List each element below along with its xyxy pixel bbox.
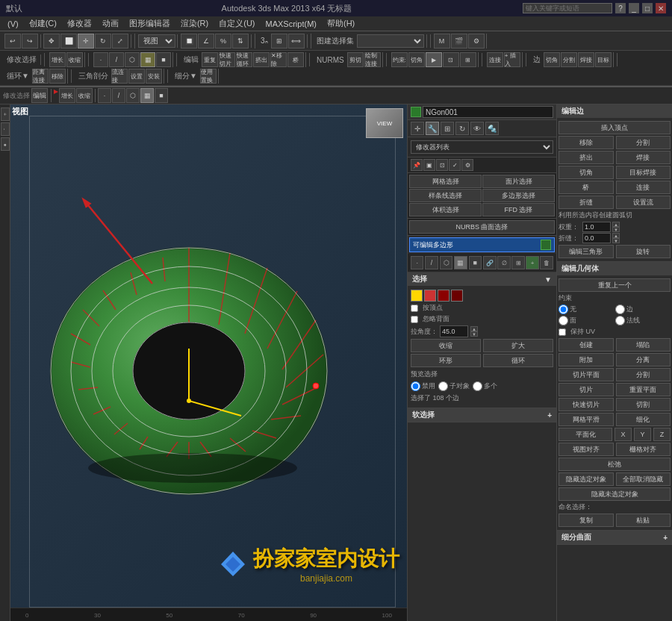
angle-snap[interactable]: ∠ <box>198 34 214 49</box>
hide-unselected-btn[interactable]: 隐藏未选定对象 <box>559 487 671 501</box>
setting-btn[interactable]: 设置 <box>128 69 145 84</box>
edge-btn2[interactable]: 分割 <box>561 52 577 67</box>
connect-btn[interactable]: 连接 <box>616 181 671 194</box>
select-region-button[interactable]: ⬜ <box>60 34 77 49</box>
chamfer-btn[interactable]: 切角 <box>559 166 614 179</box>
view-dropdown[interactable]: 视图 <box>138 34 175 48</box>
slice-plane-btn[interactable]: 切片平面 <box>559 368 614 381</box>
rotate-button[interactable]: ↻ <box>95 34 111 49</box>
menu-graph-editor[interactable]: 图形编辑器 <box>125 17 175 31</box>
show-result[interactable]: ⊡ <box>436 159 448 171</box>
align-button[interactable]: ⊞ <box>271 34 287 49</box>
viewport-cube[interactable]: VIEW <box>366 108 403 138</box>
z-btn[interactable]: Z <box>653 428 671 441</box>
swatch-red[interactable] <box>424 290 436 302</box>
nurbs-btn[interactable]: NURBS 曲面选择 <box>409 220 555 234</box>
minimize-button[interactable]: _ <box>629 3 639 13</box>
ls-btn2[interactable]: - <box>1 122 10 136</box>
remove-btn[interactable]: ✕移除 <box>270 52 287 67</box>
insert-vertex-btn[interactable]: 插入顶点 <box>559 121 671 134</box>
edit-geo-title[interactable]: 编辑几何体 <box>557 262 672 275</box>
reset-plane-btn[interactable]: 重置平面 <box>616 383 671 396</box>
snap-pivot2[interactable]: ⊞ <box>460 52 476 67</box>
target-weld-btn[interactable]: 目标焊接 <box>616 166 671 179</box>
poly-subobj[interactable]: ▦ <box>140 52 155 67</box>
insert-tb-btn[interactable]: + 插入 <box>504 52 520 67</box>
menu-create[interactable]: 创建(C) <box>25 17 61 31</box>
remove-btn2[interactable]: 移除 <box>559 136 614 149</box>
element-subobj[interactable]: ■ <box>156 52 171 67</box>
stack-icon[interactable]: ⊞ <box>511 256 525 269</box>
element-icon[interactable]: ■ <box>469 256 482 269</box>
redo-button[interactable]: ↪ <box>22 34 38 49</box>
body-select-btn[interactable]: 体积选择 <box>409 203 482 216</box>
viewport[interactable]: 视图 VIEW 0 30 50 70 90 100 <box>10 104 407 621</box>
connect-tb-btn[interactable]: 连接 <box>487 52 503 67</box>
sub-icon5[interactable]: ■ <box>155 88 168 103</box>
repeat-last-btn[interactable]: 重复上一个 <box>559 278 671 292</box>
bridge-btn[interactable]: 桥 <box>287 52 304 67</box>
ring-btn[interactable]: 环形 <box>411 354 481 367</box>
detach-btn[interactable]: 分离 <box>616 353 671 366</box>
draw-connect-btn[interactable]: 绘制连接 <box>364 52 381 67</box>
sub-icon4[interactable]: ▦ <box>140 88 154 103</box>
copy-btn[interactable]: 复制 <box>559 514 614 527</box>
constraint-btn1[interactable]: 约束: <box>391 52 408 67</box>
crease-input[interactable] <box>582 233 611 243</box>
undo-button[interactable]: ↩ <box>4 34 21 49</box>
unhide-all-btn[interactable]: 全部取消隐藏 <box>616 472 671 486</box>
ls-btn3[interactable]: ● <box>1 137 10 151</box>
sub-grow[interactable]: 增长 <box>59 88 75 103</box>
named-selection[interactable] <box>357 34 424 48</box>
menu-help[interactable]: 帮助(H) <box>323 17 359 31</box>
utility-tab[interactable]: 🔩 <box>485 122 499 135</box>
menu-animation[interactable]: 动画 <box>98 17 123 31</box>
edit-edge-title[interactable]: 编辑边 <box>557 104 672 118</box>
edge-subobj[interactable]: / <box>109 52 124 67</box>
weld-btn[interactable]: 焊接 <box>616 151 671 164</box>
grow-button[interactable]: 增长 <box>49 52 66 67</box>
weight-input[interactable] <box>582 222 611 232</box>
bridge-btn2[interactable]: 桥 <box>559 181 614 194</box>
quick-loop-btn[interactable]: 快速 循环 <box>236 52 252 67</box>
vertex-icon[interactable]: · <box>411 256 423 269</box>
constraint-none-radio[interactable] <box>559 305 568 314</box>
preserve-uv-check[interactable] <box>559 328 566 336</box>
config-btn[interactable]: ⚙ <box>461 159 473 171</box>
show-end[interactable]: ▣ <box>423 159 435 171</box>
link-icon[interactable]: 🔗 <box>483 256 497 269</box>
maximize-button[interactable]: □ <box>642 3 653 13</box>
set-flow-btn[interactable]: 设置流 <box>616 196 671 209</box>
loop-btn[interactable]: 循环 <box>483 354 553 367</box>
collapse-btn[interactable]: 塌陷 <box>616 338 671 352</box>
install-btn[interactable]: 安装 <box>146 69 162 84</box>
edge-icon[interactable]: / <box>425 256 438 269</box>
angle-up[interactable]: ▲ <box>470 326 478 331</box>
sub-shrink[interactable]: 收缩 <box>76 88 93 103</box>
hierarchy-tab[interactable]: ⊞ <box>441 122 454 135</box>
quick-slice-btn2[interactable]: 快速切片 <box>559 398 614 411</box>
sub-icon1[interactable]: · <box>98 88 111 103</box>
radio-subobj[interactable] <box>438 381 448 391</box>
shrink-btn[interactable]: 收缩 <box>411 339 481 352</box>
use-displacement[interactable]: 使用置换 <box>200 69 217 84</box>
sub-icon3[interactable]: ⬡ <box>126 88 140 103</box>
scale-button[interactable]: ⤢ <box>112 34 128 49</box>
weight-up[interactable]: ▲ <box>612 222 620 227</box>
extrude-btn[interactable]: 挤出 <box>253 52 270 67</box>
pin-stack[interactable]: 📌 <box>411 159 423 171</box>
sample-select-btn[interactable]: 样条线选择 <box>409 189 482 202</box>
border-icon[interactable]: ⬡ <box>440 256 452 269</box>
hide-selected-btn[interactable]: 隐藏选定对象 <box>559 472 614 486</box>
display-tab[interactable]: 👁 <box>470 122 484 135</box>
cut-btn2[interactable]: 切割 <box>616 398 671 411</box>
object-color-swatch[interactable] <box>411 107 421 117</box>
trash-icon[interactable]: 🗑 <box>540 256 553 269</box>
border-subobj[interactable]: ⬡ <box>125 52 140 67</box>
create-btn2[interactable]: 创建 <box>559 338 614 352</box>
vertex-subobj[interactable]: · <box>93 52 108 67</box>
swatch-dark-red[interactable] <box>438 290 449 302</box>
select-button[interactable]: ✥ <box>43 34 60 49</box>
modifier-list-dropdown[interactable]: 修改器列表 <box>411 140 553 154</box>
rotate-btn2[interactable]: 旋转 <box>616 245 671 258</box>
